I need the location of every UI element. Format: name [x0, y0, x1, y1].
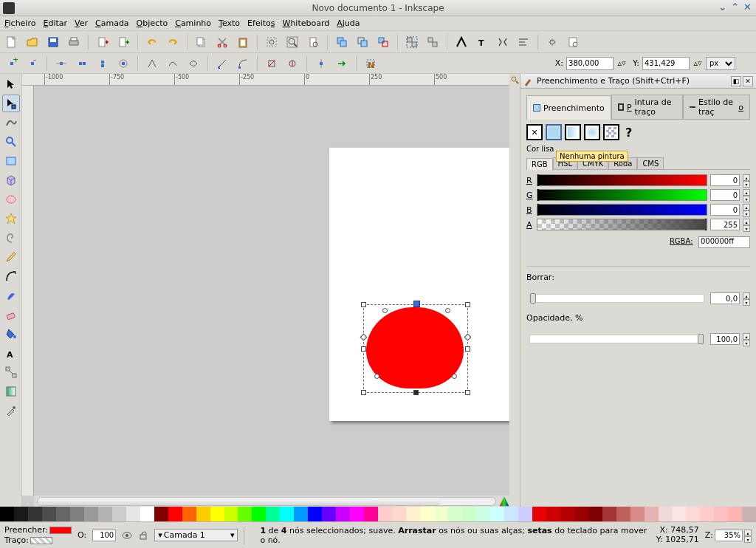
- align-icon[interactable]: [515, 33, 532, 51]
- snap-3-icon[interactable]: [94, 55, 111, 72]
- palette-swatch[interactable]: [574, 507, 588, 521]
- node-handle[interactable]: [452, 374, 457, 379]
- palette-swatch[interactable]: [70, 507, 84, 521]
- segment-curve-icon[interactable]: [234, 55, 252, 72]
- palette-swatch[interactable]: [448, 507, 462, 521]
- paste-icon[interactable]: [234, 33, 252, 51]
- palette-swatch[interactable]: [504, 507, 518, 521]
- palette-swatch[interactable]: [364, 507, 378, 521]
- menu-caminho[interactable]: Caminho: [175, 18, 211, 28]
- export-icon[interactable]: [114, 33, 132, 51]
- duplicate-icon[interactable]: [333, 33, 351, 51]
- palette-swatch[interactable]: [673, 507, 687, 521]
- no-paint-button[interactable]: ✕: [526, 124, 543, 140]
- calligraphy-tool-icon[interactable]: [2, 287, 20, 304]
- print-icon[interactable]: [65, 33, 83, 51]
- zoom-fit-selection-icon[interactable]: [263, 33, 281, 51]
- redo-icon[interactable]: [164, 33, 182, 51]
- palette-swatch[interactable]: [224, 507, 238, 521]
- palette-swatch[interactable]: [645, 507, 659, 521]
- palette-swatch[interactable]: [546, 507, 560, 521]
- palette-swatch[interactable]: [42, 507, 56, 521]
- new-file-icon[interactable]: [3, 33, 21, 51]
- flat-color-button[interactable]: [546, 124, 562, 140]
- palette-swatch[interactable]: [686, 507, 700, 521]
- menu-ajuda[interactable]: Ajuda: [337, 18, 360, 28]
- text-icon[interactable]: T: [473, 33, 491, 51]
- tweak-tool-icon[interactable]: [2, 114, 20, 131]
- channel-g-input[interactable]: [710, 189, 740, 201]
- channel-a-spinner[interactable]: ▴▾: [743, 219, 750, 230]
- visibility-icon[interactable]: [122, 530, 132, 541]
- selector-tool-icon[interactable]: [2, 75, 20, 93]
- palette-swatch[interactable]: [350, 507, 364, 521]
- star-tool-icon[interactable]: [2, 210, 20, 227]
- node-handle[interactable]: [382, 308, 388, 313]
- radial-gradient-button[interactable]: [584, 124, 600, 140]
- palette-swatch[interactable]: [588, 507, 602, 521]
- menu-camada[interactable]: Camada: [95, 18, 129, 28]
- channel-a-input[interactable]: [710, 219, 740, 230]
- ungroup-icon[interactable]: [424, 33, 441, 51]
- copy-icon[interactable]: [193, 33, 210, 51]
- palette-swatch[interactable]: [434, 507, 448, 521]
- tab-stroke-style[interactable]: Estilo de traço: [683, 95, 750, 119]
- palette-swatch[interactable]: [420, 507, 434, 521]
- menu-whiteboard[interactable]: Whiteboard: [283, 18, 330, 28]
- object-to-path-icon[interactable]: [263, 55, 281, 72]
- palette-swatch[interactable]: [476, 507, 490, 521]
- palette-swatch[interactable]: [392, 507, 406, 521]
- palette-swatch[interactable]: [659, 507, 673, 521]
- document-properties-icon[interactable]: [564, 33, 582, 51]
- palette-swatch[interactable]: [322, 507, 336, 521]
- palette-swatch[interactable]: [126, 507, 140, 521]
- ellipse-tool-icon[interactable]: [2, 191, 20, 208]
- unlink-clone-icon[interactable]: [374, 33, 392, 51]
- channel-r-input[interactable]: [710, 174, 740, 186]
- palette-swatch[interactable]: [154, 507, 168, 521]
- palette-swatch[interactable]: [532, 507, 546, 521]
- opacity-spinner[interactable]: ▴▾: [743, 333, 750, 345]
- palette-swatch[interactable]: [266, 507, 280, 521]
- status-fill-swatch[interactable]: [49, 527, 72, 534]
- opacity-slider[interactable]: [529, 335, 704, 343]
- spiral-tool-icon[interactable]: [2, 229, 20, 247]
- import-icon[interactable]: [94, 33, 111, 51]
- palette-swatch[interactable]: [168, 507, 182, 521]
- palette-swatch[interactable]: [14, 507, 28, 521]
- gradient-tool-icon[interactable]: [2, 383, 20, 400]
- snap-node-add-icon[interactable]: +: [3, 55, 21, 72]
- layer-selector[interactable]: ▾Camada 1▾: [154, 529, 238, 541]
- snap-node-remove-icon[interactable]: -: [24, 55, 41, 72]
- preferences-icon[interactable]: [543, 33, 561, 51]
- palette-swatch[interactable]: [182, 507, 196, 521]
- status-opacity-input[interactable]: [92, 530, 116, 541]
- connector-tool-icon[interactable]: [2, 363, 20, 381]
- zoom-fit-drawing-icon[interactable]: [284, 33, 301, 51]
- palette-swatch[interactable]: [630, 507, 645, 521]
- zoom-spinner[interactable]: ▴▾: [744, 530, 752, 541]
- palette-swatch[interactable]: [112, 507, 126, 521]
- node-smooth-icon[interactable]: [164, 55, 182, 72]
- stroke-to-path-icon[interactable]: [284, 55, 301, 72]
- zoom-fit-page-icon[interactable]: [304, 33, 322, 51]
- dock-iconify-icon[interactable]: ◧: [731, 76, 741, 86]
- palette-swatch[interactable]: [406, 507, 420, 521]
- channel-g-spinner[interactable]: ▴▾: [743, 189, 750, 201]
- palette-swatch[interactable]: [462, 507, 476, 521]
- cut-icon[interactable]: [213, 33, 231, 51]
- palette-swatch[interactable]: [490, 507, 504, 521]
- palette-swatch[interactable]: [378, 507, 392, 521]
- lock-icon[interactable]: [138, 530, 148, 541]
- dock-close-icon[interactable]: ✕: [743, 76, 753, 86]
- node-handle[interactable]: [374, 374, 379, 379]
- selection-handle-tr[interactable]: [465, 302, 470, 307]
- tab-cms[interactable]: CMS: [637, 157, 664, 169]
- node-symmetric-icon[interactable]: [185, 55, 202, 72]
- node-cusp-icon[interactable]: [143, 55, 161, 72]
- undo-icon[interactable]: [143, 33, 161, 51]
- palette-swatch[interactable]: [252, 507, 266, 521]
- palette-swatch[interactable]: [336, 507, 350, 521]
- menu-ficheiro[interactable]: Ficheiro: [4, 18, 35, 28]
- edit-clip-icon[interactable]: N: [362, 55, 379, 72]
